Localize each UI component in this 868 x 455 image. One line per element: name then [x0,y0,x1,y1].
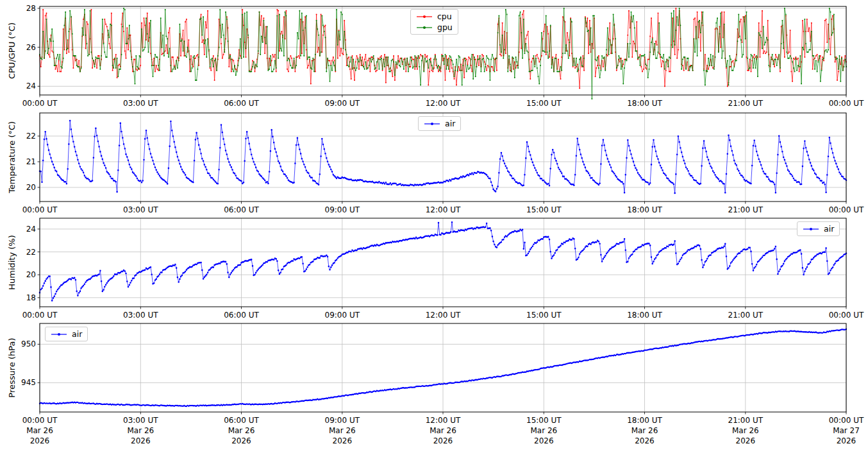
x-tick-label: 00:00 UT [829,99,864,108]
y-ticks: 202122 [26,132,40,192]
legend-line-marker-icon [416,24,433,31]
ylabel-cpu-gpu: CPU/GPU (°C) [7,22,17,79]
legend-label: air [824,224,834,234]
legend-entry-air: air [424,119,455,128]
x-tick-label: 15:00 UT [526,311,562,320]
x-year-label: 2026 [736,436,756,445]
x-year-label: 2026 [131,436,151,445]
x-tick-label: 06:00 UT [224,311,259,320]
x-tick-label: 21:00 UT [728,416,764,425]
x-tick-label: 15:00 UT [526,205,562,214]
grid-lines [40,323,846,412]
ylabel-temperature: Temperature (°C) [7,121,17,193]
ylabel-humidity: Humidity (%) [7,235,17,290]
x-tick-label: 15:00 UT [526,99,562,108]
x-tick-label: 00:00 UT [22,205,58,214]
x-tick-label: 09:00 UT [325,205,360,214]
x-tick-label: 00:00 UT [829,416,864,425]
x-tick-label: 12:00 UT [426,416,461,425]
x-year-label: 2026 [231,436,251,445]
x-tick-label: 03:00 UT [123,99,158,108]
y-tick-label: 26 [26,43,36,52]
y-tick-label: 18 [26,293,36,302]
x-ticks: 00:00 UTMar 26202603:00 UTMar 26202606:0… [22,412,864,445]
x-year-label: 2026 [534,436,554,445]
x-tick-label: 18:00 UT [627,416,662,425]
x-tick-label: 06:00 UT [224,205,259,214]
x-tick-label: 03:00 UT [123,416,158,425]
x-date-label: Mar 26 [26,426,53,435]
legend-label: cpu [437,12,452,21]
x-year-label: 2026 [433,436,453,445]
x-tick-label: 18:00 UT [627,205,662,214]
x-tick-label: 00:00 UT [22,99,58,108]
x-date-label: Mar 27 [833,426,860,435]
y-ticks: 945950 [21,339,40,387]
legend-label: gpu [437,22,453,32]
legend-line-marker-icon [424,121,440,127]
legend-line-marker-icon [803,226,819,232]
y-ticks: 242628 [26,4,40,90]
legend-label: air [72,329,82,339]
x-year-label: 2026 [30,436,50,445]
legend-entry-air: air [51,329,82,339]
legend-entry-gpu: gpu [416,22,453,32]
ylabel-pressure: Pressure (hPa) [7,338,17,397]
x-date-label: Mar 26 [732,426,759,435]
y-tick-label: 950 [21,339,36,348]
x-ticks: 00:00 UT03:00 UT06:00 UT09:00 UT12:00 UT… [22,307,864,320]
x-tick-label: 09:00 UT [325,416,360,425]
x-tick-label: 12:00 UT [426,99,461,108]
x-tick-label: 06:00 UT [224,416,259,425]
x-year-label: 2026 [333,436,353,445]
x-tick-label: 06:00 UT [224,99,259,108]
y-tick-label: 21 [26,157,36,166]
panel-humidity: 00:00 UT03:00 UT06:00 UT09:00 UT12:00 UT… [22,218,864,320]
x-tick-label: 21:00 UT [728,205,764,214]
x-tick-label: 09:00 UT [325,311,360,320]
x-tick-label: 18:00 UT [627,311,662,320]
x-date-label: Mar 26 [127,426,154,435]
x-date-label: Mar 26 [329,426,356,435]
y-tick-label: 22 [26,132,36,141]
x-tick-label: 00:00 UT [829,205,864,214]
x-tick-label: 15:00 UT [526,416,562,425]
x-tick-label: 12:00 UT [426,205,461,214]
x-tick-label: 03:00 UT [123,205,158,214]
x-ticks: 00:00 UT03:00 UT06:00 UT09:00 UT12:00 UT… [22,202,864,214]
legend-temperature: air [418,116,461,131]
x-year-label: 2026 [837,436,856,445]
x-tick-label: 21:00 UT [728,311,764,320]
x-date-label: Mar 26 [530,426,557,435]
legend-entry-cpu: cpu [416,12,453,21]
x-tick-label: 21:00 UT [728,99,764,108]
legend-pressure: air [45,327,88,341]
legend-line-marker-icon [51,331,67,338]
legend-line-marker-icon [416,13,433,20]
y-tick-label: 24 [26,82,36,90]
x-tick-label: 18:00 UT [627,99,662,108]
x-tick-label: 03:00 UT [123,311,158,320]
timeseries-figure: 00:00 UT03:00 UT06:00 UT09:00 UT12:00 UT… [0,0,868,455]
x-tick-label: 00:00 UT [829,311,864,320]
chart-canvas: 00:00 UT03:00 UT06:00 UT09:00 UT12:00 UT… [0,0,868,455]
y-tick-label: 22 [26,248,36,257]
y-tick-label: 28 [26,4,36,13]
legend-entry-air: air [803,224,834,234]
x-year-label: 2026 [635,436,655,445]
x-date-label: Mar 26 [430,426,456,435]
legend-label: air [445,119,455,128]
x-tick-label: 09:00 UT [325,99,360,108]
legend-cpu-gpu: cpugpu [410,9,458,35]
x-ticks: 00:00 UT03:00 UT06:00 UT09:00 UT12:00 UT… [22,95,864,108]
y-tick-label: 945 [21,378,36,387]
x-tick-label: 00:00 UT [22,416,58,425]
grid-lines [40,218,846,307]
x-tick-label: 12:00 UT [426,311,461,320]
x-date-label: Mar 26 [631,426,658,435]
y-tick-label: 24 [26,225,36,234]
legend-humidity: air [797,221,840,236]
y-ticks: 18202224 [26,225,40,302]
panel-pressure: 00:00 UTMar 26202603:00 UTMar 26202606:0… [21,323,864,445]
x-tick-label: 00:00 UT [22,311,58,320]
